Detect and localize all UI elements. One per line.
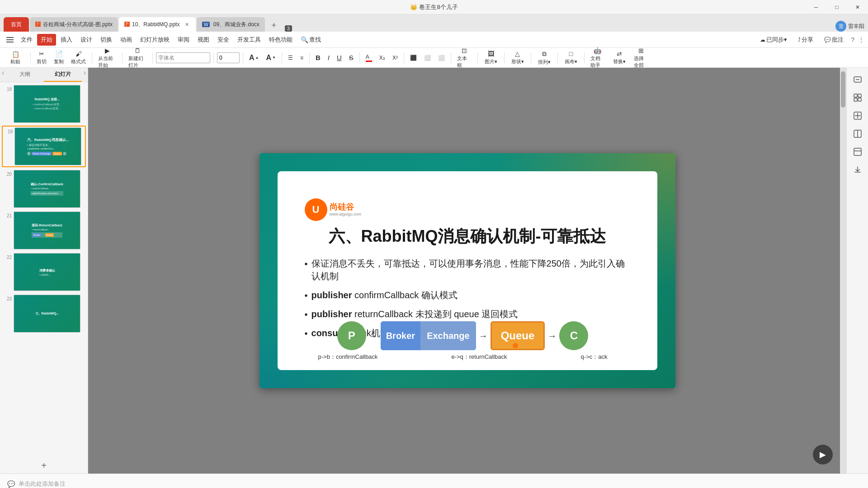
align-right-button[interactable]: ⬜ [435, 50, 448, 66]
copy-button[interactable]: 📄 复制 [51, 50, 66, 66]
superscript-button[interactable]: X² [390, 50, 401, 66]
menu-home[interactable]: 开始 [37, 34, 56, 46]
slide-canvas[interactable]: U 尚硅谷 www.atguigu.com 六、RabbitMQ消息确认机制-可… [259, 153, 675, 388]
toolbar-sep-14 [531, 52, 531, 63]
shape-button[interactable]: △ 形状▾ [508, 50, 528, 66]
more-button[interactable]: ⋮ [858, 36, 864, 43]
canvas-area[interactable]: U 尚硅谷 www.atguigu.com 六、RabbitMQ消息确认机制-可… [88, 68, 846, 474]
slide-num-22: 22 [3, 253, 12, 260]
menu-insert[interactable]: 插入 [57, 34, 76, 46]
subscript-icon: X₂ [379, 55, 385, 61]
hamburger-menu[interactable] [4, 34, 16, 46]
slide-item-20[interactable]: 20 确认-ConfirmCallback • confirmCallback.… [2, 169, 86, 209]
textbox-button[interactable]: ⊡ 文本框 [454, 50, 474, 66]
right-panel-btn-6[interactable] [849, 162, 866, 178]
slide-item-23[interactable]: 23 七、RabbitMQ... [2, 294, 86, 333]
cut-button[interactable]: ✂ 剪切 [34, 50, 49, 66]
align-center-icon: ⬜ [424, 55, 431, 61]
slide-item-19[interactable]: 19 六、RabbitMQ消息确认... • 保证消息不丢失... • publ… [2, 126, 86, 167]
cut-label: 剪切 [37, 58, 47, 65]
notes-area[interactable]: 💬 单击此处添加备注 [0, 474, 868, 488]
format-button[interactable]: 🖌 格式式 [68, 50, 89, 66]
font-up-button[interactable]: A▲ [246, 50, 261, 66]
menu-design[interactable]: 设计 [77, 34, 96, 46]
picture-button[interactable]: 🖼 图片▾ [481, 50, 501, 66]
list-ul-button[interactable]: ☰ [285, 50, 296, 66]
font-color-button[interactable]: A [363, 50, 375, 66]
select-all-button[interactable]: ⊞ 选择全部 [631, 50, 651, 66]
logo-chinese: 尚硅谷 [330, 203, 362, 212]
align-left-button[interactable]: ⬛ [407, 50, 420, 66]
toolbar-sep-7 [282, 52, 282, 63]
panel-tab-outline[interactable]: 大纲 [6, 68, 44, 82]
replace-button[interactable]: ⇄ 替换▾ [609, 50, 629, 66]
add-slide-button[interactable]: + [38, 459, 50, 472]
tab-docx[interactable]: W 09、商城业务.docx [197, 17, 264, 32]
right-panel-btn-1[interactable] [849, 71, 866, 88]
menu-devtools[interactable]: 开发工具 [234, 34, 264, 46]
diagram-arrow-2: → [479, 331, 488, 341]
font-size-input[interactable] [217, 52, 240, 63]
new-slide-button[interactable]: 🗒 新建幻灯片 [126, 50, 149, 66]
tab-pptx2[interactable]: 🅿 10、RabbitMQ.pptx ✕ [119, 17, 196, 32]
tab-home[interactable]: 首页 [4, 17, 29, 32]
menu-file[interactable]: 文件 [17, 34, 36, 46]
right-panel-btn-2[interactable] [849, 89, 866, 106]
slide-num-20: 20 [3, 170, 12, 177]
tab-pptx1[interactable]: 🅿 谷粒商城-分布式高级-图.pptx [30, 17, 118, 32]
sync-button[interactable]: ☁已同步▾ [756, 34, 791, 46]
font-down-button[interactable]: A▼ [263, 50, 278, 66]
panel-nav-left[interactable]: ‹ [0, 68, 6, 82]
right-panel-btn-5[interactable] [849, 144, 866, 160]
from-current-button[interactable]: ▶ 从当前开始 [95, 50, 119, 66]
align-center-button[interactable]: ⬜ [421, 50, 434, 66]
close-button[interactable]: ✕ [847, 0, 868, 14]
tab-pptx2-close[interactable]: ✕ [183, 21, 190, 28]
menu-find[interactable]: 🔍查找 [297, 34, 325, 46]
panel-tab-slides[interactable]: 幻灯片 [44, 68, 82, 82]
font-name-input[interactable] [156, 52, 210, 63]
italic-button[interactable]: I [325, 50, 332, 66]
replace-label: 替换▾ [613, 58, 626, 65]
picture-label: 图片▾ [485, 58, 497, 65]
canvas-button[interactable]: □ 画布▾ [561, 50, 581, 66]
diagram-label-3: q->c：ack [581, 353, 608, 361]
underline-button[interactable]: U [334, 50, 344, 66]
menu-transition[interactable]: 切换 [97, 34, 116, 46]
tab-docx-label: 09、商城业务.docx [213, 21, 259, 28]
comment-button[interactable]: 💬批注 [821, 34, 847, 46]
slide-item-18[interactable]: 18 RabbitMQ 连接... • confirmCallback设置...… [2, 84, 86, 124]
menu-animation[interactable]: 动画 [117, 34, 136, 46]
arrange-button[interactable]: ⧉ 排列▾ [534, 50, 554, 66]
toolbar-sep-4 [152, 52, 153, 63]
minimize-button[interactable]: ─ [806, 0, 826, 14]
list-ol-button[interactable]: ≡ [297, 50, 306, 66]
menu-special[interactable]: 特色功能 [265, 34, 296, 46]
menu-review[interactable]: 审阅 [174, 34, 193, 46]
scrollbar-thumb[interactable] [841, 71, 845, 108]
share-button[interactable]: ⤴分享 [794, 34, 817, 46]
help-button[interactable]: ? [851, 36, 854, 43]
align-right-icon: ⬜ [438, 55, 445, 61]
right-panel-btn-4[interactable] [849, 126, 866, 142]
bold-button[interactable]: B [313, 50, 323, 66]
ai-assistant-button[interactable]: 🤖 文档助手 [588, 50, 608, 66]
subscript-button[interactable]: X₂ [377, 50, 388, 66]
panel-nav-right[interactable]: › [82, 68, 88, 82]
paste-button[interactable]: 📋 粘贴 [4, 49, 27, 66]
vertical-scrollbar[interactable] [840, 68, 846, 474]
grid-icon [853, 111, 862, 120]
slide-item-22[interactable]: 22 消费者确认 • ack机制... [2, 252, 86, 292]
strikethrough-button[interactable]: S [346, 50, 356, 66]
menu-slideshow[interactable]: 幻灯片放映 [137, 34, 173, 46]
add-tab-button[interactable]: + [268, 19, 280, 32]
menu-security[interactable]: 安全 [214, 34, 233, 46]
toolbar-sep-13 [504, 52, 505, 63]
slide-item-21[interactable]: 21 退回-ReturnCallback • returnCallback...… [2, 211, 86, 250]
play-overlay-button[interactable]: ▶ [813, 445, 833, 465]
right-panel-btn-3[interactable] [849, 108, 866, 124]
user-avatar: 雷 [835, 21, 846, 32]
tab-home-label: 首页 [11, 21, 22, 28]
menu-view[interactable]: 视图 [194, 34, 213, 46]
maximize-button[interactable]: □ [826, 0, 847, 14]
